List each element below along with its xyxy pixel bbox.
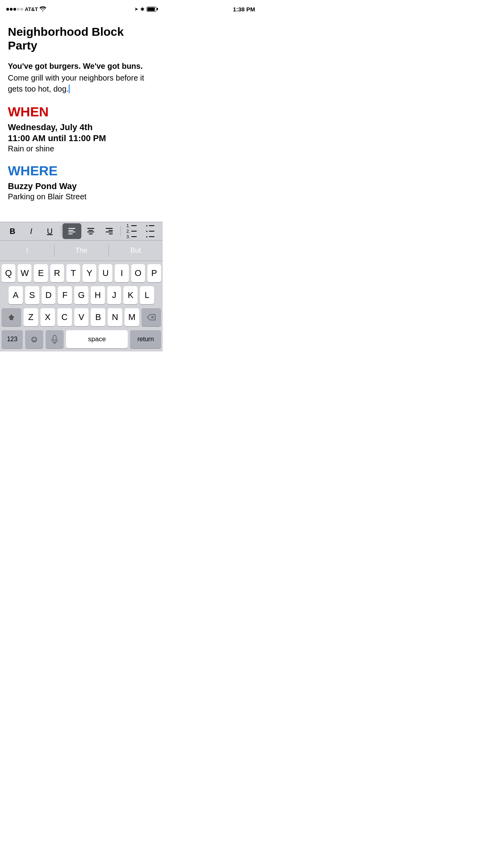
where-parking: Parking on Blair Street	[8, 192, 155, 201]
key-D[interactable]: D	[42, 286, 56, 304]
predictive-right[interactable]: But	[108, 241, 163, 261]
delete-button[interactable]	[141, 308, 161, 326]
key-M[interactable]: M	[125, 308, 139, 326]
predictive-left[interactable]: I	[0, 241, 54, 261]
key-B[interactable]: B	[91, 308, 105, 326]
microphone-icon	[51, 335, 58, 344]
key-P[interactable]: P	[147, 264, 161, 282]
keyboard-row-2: A S D F G H J K L	[2, 286, 161, 304]
key-N[interactable]: N	[108, 308, 122, 326]
when-heading: WHEN	[8, 104, 155, 120]
key-J[interactable]: J	[107, 286, 121, 304]
key-L[interactable]: L	[140, 286, 154, 304]
align-left-button[interactable]	[62, 223, 81, 239]
keyboard: Q W E R T Y U I O P A S D F G H J K L Z …	[0, 261, 163, 351]
format-toolbar: B I U 1. 2. 3.	[0, 222, 163, 241]
key-O[interactable]: O	[131, 264, 145, 282]
key-E[interactable]: E	[34, 264, 48, 282]
emoji-button[interactable]: ☺	[25, 330, 43, 348]
shift-button[interactable]	[2, 308, 21, 326]
key-T[interactable]: T	[66, 264, 80, 282]
toolbar-separator-2	[120, 226, 121, 237]
key-Z[interactable]: Z	[24, 308, 38, 326]
key-Q[interactable]: Q	[2, 264, 15, 282]
predictive-center[interactable]: The	[54, 241, 108, 261]
document-title: Neighborhood Block Party	[8, 25, 155, 52]
key-H[interactable]: H	[91, 286, 105, 304]
key-I[interactable]: I	[115, 264, 128, 282]
delete-icon	[147, 314, 156, 320]
when-date: Wednesday, July 4th	[8, 122, 155, 132]
tagline-regular: Come grill with your neighbors before it…	[8, 72, 155, 94]
key-W[interactable]: W	[18, 264, 31, 282]
key-V[interactable]: V	[74, 308, 89, 326]
key-X[interactable]: X	[40, 308, 55, 326]
dictate-button[interactable]	[46, 330, 64, 348]
key-S[interactable]: S	[25, 286, 39, 304]
keyboard-row-1: Q W E R T Y U I O P	[2, 264, 161, 282]
underline-button[interactable]: U	[40, 223, 59, 239]
key-G[interactable]: G	[74, 286, 88, 304]
status-right: ➤ ✱	[134, 6, 156, 12]
location-icon: ➤	[134, 6, 138, 12]
keyboard-row-3: Z X C V B N M	[2, 308, 161, 326]
wifi-icon	[40, 6, 46, 13]
align-center-button[interactable]	[81, 223, 100, 239]
bluetooth-icon: ✱	[140, 6, 145, 12]
align-left-icon	[68, 228, 75, 234]
keyboard-row-bottom: 123 ☺ space return	[2, 330, 161, 348]
status-bar: AT&T 1:38 PM ➤ ✱	[0, 0, 163, 17]
svg-rect-2	[53, 335, 56, 340]
align-center-icon	[87, 228, 94, 234]
bullet-list-button[interactable]: • • •	[141, 223, 160, 239]
toolbar-separator-1	[61, 226, 61, 237]
key-C[interactable]: C	[57, 308, 72, 326]
numbers-button[interactable]: 123	[2, 330, 23, 348]
when-time: 11:00 AM until 11:00 PM	[8, 133, 155, 143]
bold-button[interactable]: B	[3, 223, 22, 239]
battery-icon	[147, 7, 156, 12]
key-A[interactable]: A	[9, 286, 23, 304]
text-cursor	[69, 85, 70, 93]
where-heading: WHERE	[8, 163, 155, 179]
key-R[interactable]: R	[50, 264, 64, 282]
numbered-list-button[interactable]: 1. 2. 3.	[122, 223, 141, 239]
key-U[interactable]: U	[99, 264, 112, 282]
document-content[interactable]: Neighborhood Block Party You've got burg…	[0, 17, 163, 222]
italic-button[interactable]: I	[22, 223, 41, 239]
bullet-list-icon: • • •	[146, 224, 154, 239]
tagline-bold: You've got burgers. We've got buns.	[8, 62, 155, 71]
predictive-bar: I The But	[0, 241, 163, 261]
shift-icon	[7, 313, 15, 321]
align-right-button[interactable]	[100, 223, 119, 239]
return-button[interactable]: return	[130, 330, 161, 348]
align-right-icon	[106, 228, 113, 234]
numbered-list-icon: 1. 2. 3.	[127, 224, 137, 239]
key-K[interactable]: K	[123, 286, 138, 304]
tagline-text: Come grill with your neighbors before it…	[8, 74, 144, 93]
where-address: Buzzy Pond Way	[8, 181, 155, 191]
when-note: Rain or shine	[8, 144, 155, 153]
signal-icon	[6, 8, 23, 11]
key-F[interactable]: F	[58, 286, 72, 304]
status-left: AT&T	[6, 6, 46, 13]
space-button[interactable]: space	[66, 330, 128, 348]
carrier-label: AT&T	[25, 6, 38, 12]
key-Y[interactable]: Y	[83, 264, 96, 282]
